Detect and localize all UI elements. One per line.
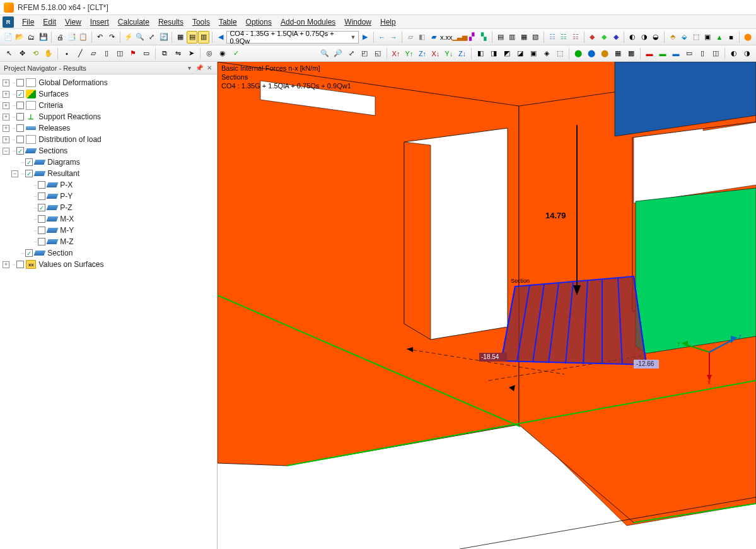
tool2-arrow-icon[interactable]: ➤	[185, 47, 197, 60]
expander-icon[interactable]: +	[3, 80, 9, 86]
tool-render-icon[interactable]: ▰	[428, 31, 439, 44]
tree-label[interactable]: Criteria	[38, 101, 63, 110]
tool2-ax-icon[interactable]: X↑	[390, 47, 402, 60]
tool-plot-icon[interactable]: ▁▃▅	[453, 31, 466, 44]
tree-label[interactable]: Releases	[38, 124, 70, 133]
tree-label[interactable]: Values on Surfaces	[38, 260, 103, 269]
tree-label[interactable]: M-Y	[60, 226, 74, 235]
tool2-edit-icon[interactable]: ▭	[140, 47, 153, 60]
tree-label[interactable]: P-X	[60, 180, 73, 189]
expander-icon[interactable]: −	[11, 170, 18, 177]
checkbox[interactable]: ✓	[16, 147, 24, 155]
tool2-surf-icon[interactable]: ▱	[87, 47, 100, 60]
tool2-ay-icon[interactable]: Y↑	[403, 47, 416, 60]
tool2-r2-icon[interactable]: 🔎	[332, 47, 344, 60]
tool-res5-icon[interactable]: ▦	[518, 31, 530, 44]
tool2-r3-icon[interactable]: ⤢	[345, 47, 358, 60]
tool2-vis2-icon[interactable]: ◉	[216, 47, 229, 60]
tree-label[interactable]: M-X	[60, 215, 74, 223]
tool2-v5-icon[interactable]: ▣	[527, 47, 540, 60]
tool2-axn-icon[interactable]: X↓	[429, 47, 442, 60]
tree-label[interactable]: Sections	[38, 146, 67, 155]
tree-label[interactable]: Global Deformations	[38, 78, 107, 87]
checkbox[interactable]	[16, 261, 24, 268]
expander-icon[interactable]: +	[3, 261, 9, 268]
tool-clip-icon[interactable]: 📋	[78, 31, 89, 44]
tool-zoomall-icon[interactable]: ⤢	[146, 31, 158, 44]
tool2-v4-icon[interactable]: ◪	[514, 47, 526, 60]
tool2-vis3-icon[interactable]: ✓	[230, 47, 242, 60]
menu-addon[interactable]: Add-on Modules	[276, 18, 340, 27]
expander-icon[interactable]: +	[3, 114, 9, 121]
tool2-m5-icon[interactable]: ▯	[696, 47, 709, 60]
tool2-v6-icon[interactable]: ◈	[540, 47, 553, 60]
tool2-v1-icon[interactable]: ◧	[474, 47, 487, 60]
checkbox[interactable]	[38, 181, 45, 189]
checkbox[interactable]: ✓	[38, 204, 45, 211]
tool-save-icon[interactable]: 💾	[38, 31, 49, 44]
tree-label[interactable]: M-Z	[60, 237, 73, 246]
loadcase-combo[interactable]: CO4 - 1.35G + 1.5QiA + 0.75Qs + 0.9Qw ▼	[226, 31, 359, 44]
tool-nav-left-icon[interactable]: ←	[376, 31, 388, 44]
tool2-solid-icon[interactable]: ▯	[100, 47, 113, 60]
tool-res4-icon[interactable]: ▥	[506, 31, 518, 44]
tool-ex6-icon[interactable]: ■	[726, 31, 737, 44]
tool2-col1-icon[interactable]: ⬤	[572, 47, 584, 60]
tool2-azn-icon[interactable]: Z↓	[456, 47, 468, 60]
tool-fy-icon[interactable]: ◆	[598, 31, 610, 44]
tool-next-lc-icon[interactable]: ▶	[359, 31, 371, 44]
tool2-m2-icon[interactable]: ▬	[656, 47, 669, 60]
tool-disp2-icon[interactable]: ☷	[559, 31, 570, 44]
tool2-col3-icon[interactable]: ⬤	[598, 47, 611, 60]
navigator-dropdown-icon[interactable]: ▾	[185, 64, 193, 72]
tool2-flag-icon[interactable]: ⚑	[127, 47, 139, 60]
tool-iso-icon[interactable]: ◧	[416, 31, 427, 44]
tool-my-icon[interactable]: ◑	[639, 31, 650, 44]
menu-view[interactable]: View	[61, 18, 86, 27]
tool-prev-lc-icon[interactable]: ◀	[215, 31, 226, 44]
tool-print-icon[interactable]: 🖨	[54, 31, 66, 44]
tool2-end2-icon[interactable]: ◑	[741, 47, 753, 60]
checkbox[interactable]: ✓	[25, 249, 33, 257]
tool2-sel-icon[interactable]: ◫	[113, 47, 126, 60]
expander-icon[interactable]: +	[3, 136, 9, 143]
tool2-r5-icon[interactable]: ◱	[371, 47, 384, 60]
checkbox[interactable]	[38, 227, 45, 234]
tool-undo-icon[interactable]: ↶	[95, 31, 106, 44]
tree-label[interactable]: P-Y	[60, 192, 73, 201]
tree-label[interactable]: Diagrams	[47, 158, 79, 167]
menu-edit[interactable]: Edit	[38, 18, 61, 27]
navigator-pin-icon[interactable]: 📌	[195, 64, 203, 72]
checkbox[interactable]	[16, 79, 24, 86]
tool-mz-icon[interactable]: ◒	[650, 31, 661, 44]
tree-label[interactable]: Distribution of load	[38, 135, 101, 144]
checkbox[interactable]	[16, 113, 24, 121]
menu-file[interactable]: File	[18, 18, 38, 27]
menu-results[interactable]: Results	[154, 18, 188, 27]
tool-ex4-icon[interactable]: ▣	[702, 31, 714, 44]
navigator-header[interactable]: Project Navigator - Results ▾ 📌 ✕	[0, 62, 217, 74]
tool-calc-icon[interactable]: ⚡	[123, 31, 134, 44]
checkbox[interactable]	[38, 192, 45, 200]
tool2-r4-icon[interactable]: ◰	[358, 47, 371, 60]
checkbox[interactable]	[16, 136, 24, 143]
tool-redo-icon[interactable]: ↷	[106, 31, 117, 44]
tool2-r1-icon[interactable]: 🔍	[318, 47, 331, 60]
expander-icon[interactable]: +	[3, 125, 9, 132]
tool-ex2-icon[interactable]: ⬙	[678, 31, 690, 44]
menu-table[interactable]: Table	[214, 18, 241, 27]
model-viewport[interactable]: Basic Internal Forces n-x [kN/m] Section…	[218, 62, 756, 549]
tool2-line-icon[interactable]: ╱	[74, 47, 86, 60]
tool2-cursor-icon[interactable]: ↖	[3, 47, 15, 60]
tool-fx-icon[interactable]: ◆	[587, 31, 598, 44]
tool2-v7-icon[interactable]: ⬚	[554, 47, 566, 60]
tool-res2-icon[interactable]: ▚	[478, 31, 489, 44]
tool-report-icon[interactable]: 📑	[66, 31, 78, 44]
tool2-v3-icon[interactable]: ◩	[501, 47, 513, 60]
tool-mgr-icon[interactable]: 🗂	[26, 31, 37, 44]
tool2-node-icon[interactable]: •	[61, 47, 73, 60]
tool2-m6-icon[interactable]: ◫	[709, 47, 722, 60]
tool-table-icon[interactable]: ▤	[187, 31, 198, 44]
tool2-m4-icon[interactable]: ▭	[683, 47, 695, 60]
tool2-az-icon[interactable]: Z↑	[416, 47, 429, 60]
